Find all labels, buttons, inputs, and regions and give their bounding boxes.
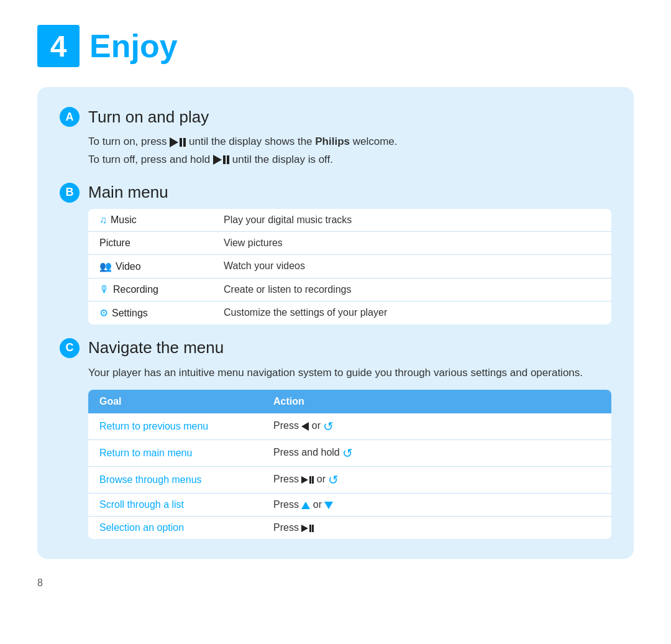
down-arrow-icon [324, 502, 333, 509]
section-a: A Turn on and play To turn on, press unt… [60, 107, 611, 169]
nav-action: Press [262, 516, 611, 539]
play-pause-icon-2 [213, 155, 229, 165]
section-c-title: Navigate the menu [88, 338, 224, 357]
nav-goal: Return to previous menu [88, 413, 262, 440]
play-triangle-icon-2 [213, 155, 222, 165]
nav-col-action: Action [262, 390, 611, 413]
play-triangle-icon [170, 137, 178, 147]
menu-item-label: 👥Video [88, 254, 212, 278]
menu-item-icon: 👥 [99, 261, 112, 272]
section-a-badge: A [60, 107, 80, 127]
play-pause-only-icon [301, 525, 314, 532]
section-a-header: A Turn on and play [60, 107, 611, 127]
section-b: B Main menu ♫MusicPlay your digital musi… [60, 183, 611, 324]
nav-col-goal: Goal [88, 390, 262, 413]
main-card: A Turn on and play To turn on, press unt… [37, 87, 634, 559]
menu-item-description: Play your digital music tracks [212, 209, 611, 232]
chapter-number: 4 [37, 25, 80, 67]
up-arrow-icon [301, 502, 310, 509]
nav-goal: Selection an option [88, 516, 262, 539]
section-a-body: To turn on, press until the display show… [60, 133, 611, 169]
nav-action: Press or [262, 493, 611, 516]
menu-item-description: Customize the settings of your player [212, 301, 611, 324]
nav-table-row: Scroll through a listPress or [88, 493, 611, 516]
chapter-title: Enjoy [89, 27, 178, 65]
pause-bars-icon [180, 138, 186, 147]
menu-item-description: View pictures [212, 231, 611, 254]
nav-goal: Browse through menus [88, 466, 262, 493]
section-c-description: Your player has an intuitive menu naviga… [60, 364, 611, 381]
nav-table-row: Return to previous menuPress or ↺ [88, 413, 611, 440]
menu-table-row: 👥VideoWatch your videos [88, 254, 611, 278]
back-arrow-sm-icon: ↺ [328, 473, 339, 487]
menu-item-icon: ⚙ [99, 308, 108, 318]
menu-table-row: ⚙SettingsCustomize the settings of your … [88, 301, 611, 324]
section-a-title: Turn on and play [88, 108, 209, 127]
back-arrow-hold-icon: ↺ [342, 446, 353, 460]
nav-table-row: Selection an optionPress [88, 516, 611, 539]
nav-goal: Scroll through a list [88, 493, 262, 516]
menu-item-icon: ♫ [99, 214, 107, 225]
nav-table-header-row: Goal Action [88, 390, 611, 413]
pause-bars-icon-2 [223, 155, 229, 164]
nav-goal: Return to main menu [88, 439, 262, 466]
section-a-line1: To turn on, press until the display show… [88, 133, 611, 151]
section-b-badge: B [60, 183, 80, 203]
nav-action: Press or ↺ [262, 466, 611, 493]
section-c-header: C Navigate the menu [60, 338, 611, 358]
section-c: C Navigate the menu Your player has an i… [60, 338, 611, 539]
menu-item-label: Picture [88, 231, 212, 254]
menu-item-label: 🎙Recording [88, 278, 212, 301]
nav-action: Press and hold ↺ [262, 439, 611, 466]
left-arrow-icon [301, 422, 309, 431]
page-number: 8 [37, 577, 634, 589]
play-pause-sm-icon [301, 476, 314, 484]
section-b-title: Main menu [88, 183, 168, 202]
nav-table-row: Return to main menuPress and hold ↺ [88, 439, 611, 466]
nav-action: Press or ↺ [262, 413, 611, 440]
menu-item-label: ⚙Settings [88, 301, 212, 324]
back-arrow-icon: ↺ [323, 420, 334, 433]
menu-table-row: PictureView pictures [88, 231, 611, 254]
section-c-badge: C [60, 338, 80, 358]
page-header: 4 Enjoy [37, 25, 634, 67]
menu-table-row: 🎙RecordingCreate or listen to recordings [88, 278, 611, 301]
section-a-line2: To turn off, press and hold until the di… [88, 151, 611, 169]
navigate-table: Goal Action Return to previous menuPress… [88, 390, 611, 539]
menu-item-label: ♫Music [88, 209, 212, 232]
menu-table-row: ♫MusicPlay your digital music tracks [88, 209, 611, 232]
menu-item-description: Create or listen to recordings [212, 278, 611, 301]
nav-table-row: Browse through menusPress or ↺ [88, 466, 611, 493]
section-b-header: B Main menu [60, 183, 611, 203]
menu-table: ♫MusicPlay your digital music tracksPict… [88, 209, 611, 324]
menu-item-description: Watch your videos [212, 254, 611, 278]
menu-item-icon: 🎙 [99, 284, 109, 295]
play-pause-icon [170, 137, 186, 147]
